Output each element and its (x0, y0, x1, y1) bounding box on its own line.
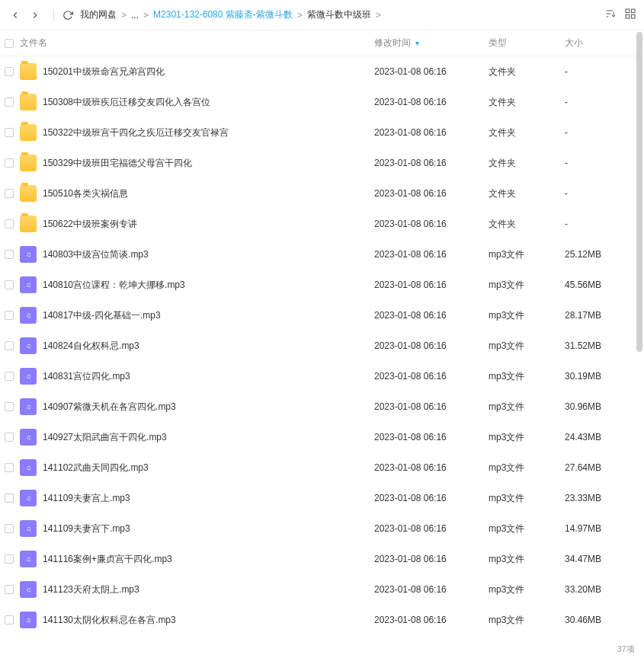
file-type-cell: mp3文件 (489, 401, 565, 414)
sort-view-button[interactable] (604, 8, 617, 22)
file-row[interactable]: 150308中级班疾厄迁移交友四化入各宫位2023-01-08 06:16文件夹… (0, 87, 644, 117)
file-row[interactable]: 150510各类灾祸信息2023-01-08 06:16文件夹- (0, 178, 644, 209)
file-name-cell[interactable]: 140810宫位课程：乾坤大挪移.mp3 (18, 276, 374, 293)
row-checkbox[interactable] (0, 189, 18, 198)
row-checkbox[interactable] (0, 524, 18, 533)
file-time-cell: 2023-01-08 06:16 (374, 279, 489, 290)
grid-view-button[interactable] (624, 8, 636, 22)
file-time-cell: 2023-01-08 06:16 (374, 462, 489, 473)
file-time-cell: 2023-01-08 06:16 (374, 340, 489, 351)
column-time[interactable]: 修改时间 ▾ (374, 37, 489, 50)
file-row[interactable]: 140810宫位课程：乾坤大挪移.mp32023-01-08 06:16mp3文… (0, 270, 644, 300)
view-controls (604, 8, 636, 22)
file-row[interactable]: 150322中级班宫干四化之疾厄迁移交友官禄宫2023-01-08 06:16文… (0, 117, 644, 148)
file-row[interactable]: 141130太阴化权科忌在各宫.mp32023-01-08 06:16mp3文件… (0, 605, 644, 635)
folder-icon (20, 185, 37, 202)
file-name-cell[interactable]: 141109夫妻宫上.mp3 (18, 490, 374, 506)
file-name-label: 140810宫位课程：乾坤大挪移.mp3 (43, 279, 185, 292)
file-name-label: 141123天府太阴上.mp3 (43, 583, 139, 596)
row-checkbox[interactable] (0, 250, 18, 259)
row-checkbox[interactable] (0, 158, 18, 168)
chevron-right-icon: > (297, 10, 303, 21)
row-checkbox[interactable] (0, 219, 18, 228)
file-row[interactable]: 150329中级班田宅福德父母宫干四化2023-01-08 06:16文件夹- (0, 148, 644, 178)
file-name-cell[interactable]: 150322中级班宫干四化之疾厄迁移交友官禄宫 (18, 124, 374, 141)
file-name-cell[interactable]: 150622中级班案例专讲 (18, 216, 374, 232)
nav-refresh-button[interactable] (60, 8, 75, 23)
file-name-cell[interactable]: 141109夫妻宫下.mp3 (18, 520, 374, 537)
audio-file-icon (20, 368, 37, 385)
file-name-cell[interactable]: 150510各类灾祸信息 (18, 185, 374, 202)
audio-file-icon (20, 490, 37, 506)
file-row[interactable]: 140817中级-四化基础一.mp32023-01-08 06:16mp3文件2… (0, 300, 644, 331)
file-time-cell: 2023-01-08 06:16 (374, 219, 489, 229)
file-name-cell[interactable]: 140824自化权科忌.mp3 (18, 337, 374, 354)
row-checkbox[interactable] (0, 615, 18, 624)
column-name[interactable]: 文件名 (18, 37, 374, 50)
breadcrumb-item[interactable]: ... (131, 10, 139, 21)
row-checkbox[interactable] (0, 585, 18, 594)
file-type-cell: mp3文件 (489, 492, 565, 505)
file-size-cell: 24.43MB (565, 432, 633, 442)
file-row[interactable]: 141116案例+廉贞宫干四化.mp32023-01-08 06:16mp3文件… (0, 544, 644, 574)
nav-back-button[interactable] (8, 8, 23, 23)
select-all-checkbox[interactable] (0, 39, 18, 48)
row-checkbox[interactable] (0, 463, 18, 472)
row-checkbox[interactable] (0, 494, 18, 503)
file-row[interactable]: 140831宫位四化.mp32023-01-08 06:16mp3文件30.19… (0, 361, 644, 391)
column-type[interactable]: 类型 (489, 37, 565, 50)
row-checkbox[interactable] (0, 433, 18, 442)
file-name-label: 150201中级班命宫兄弟宫四化 (43, 65, 165, 78)
folder-icon (20, 216, 37, 232)
row-checkbox[interactable] (0, 311, 18, 320)
file-name-label: 150308中级班疾厄迁移交友四化入各宫位 (43, 96, 210, 109)
row-checkbox[interactable] (0, 97, 18, 107)
nav-forward-button[interactable] (27, 8, 43, 23)
file-row[interactable]: 141109夫妻宫下.mp32023-01-08 06:16mp3文件14.97… (0, 513, 644, 544)
file-name-cell[interactable]: 140803中级宫位简谈.mp3 (18, 246, 374, 263)
file-type-cell: 文件夹 (489, 96, 565, 109)
file-name-cell[interactable]: 141102武曲天同四化.mp3 (18, 459, 374, 476)
file-time-cell: 2023-01-08 06:16 (374, 371, 489, 382)
file-row[interactable]: 140824自化权科忌.mp32023-01-08 06:16mp3文件31.5… (0, 331, 644, 361)
breadcrumb-item[interactable]: 紫微斗数中级班 (307, 8, 371, 21)
file-name-cell[interactable]: 141130太阴化权科忌在各宫.mp3 (18, 612, 374, 628)
file-name-cell[interactable]: 140927太阳武曲宫干四化.mp3 (18, 429, 374, 446)
file-size-cell: - (565, 97, 633, 107)
file-type-cell: 文件夹 (489, 187, 565, 200)
file-name-cell[interactable]: 140831宫位四化.mp3 (18, 368, 374, 385)
file-name-cell[interactable]: 141116案例+廉贞宫干四化.mp3 (18, 551, 374, 567)
svg-rect-4 (631, 9, 635, 13)
audio-file-icon (20, 276, 37, 293)
file-row[interactable]: 141102武曲天同四化.mp32023-01-08 06:16mp3文件27.… (0, 452, 644, 483)
file-name-cell[interactable]: 141123天府太阴上.mp3 (18, 581, 374, 598)
file-row[interactable]: 140907紫微天机在各宫四化.mp32023-01-08 06:16mp3文件… (0, 391, 644, 422)
file-row[interactable]: 141123天府太阴上.mp32023-01-08 06:16mp3文件33.2… (0, 574, 644, 605)
scrollbar-thumb[interactable] (636, 32, 642, 352)
row-checkbox[interactable] (0, 128, 18, 137)
file-row[interactable]: 141109夫妻宫上.mp32023-01-08 06:16mp3文件23.33… (0, 483, 644, 513)
breadcrumb-item[interactable]: M2301-132-6080 紫藤斋-紫微斗数 (153, 8, 293, 21)
column-size[interactable]: 大小 (565, 37, 633, 50)
row-checkbox[interactable] (0, 67, 18, 76)
row-checkbox[interactable] (0, 372, 18, 381)
file-row[interactable]: 150622中级班案例专讲2023-01-08 06:16文件夹- (0, 209, 644, 239)
file-name-cell[interactable]: 140907紫微天机在各宫四化.mp3 (18, 398, 374, 415)
file-row[interactable]: 140803中级宫位简谈.mp32023-01-08 06:16mp3文件25.… (0, 239, 644, 270)
file-name-label: 141109夫妻宫上.mp3 (43, 492, 130, 505)
row-checkbox[interactable] (0, 554, 18, 564)
file-row[interactable]: 140927太阳武曲宫干四化.mp32023-01-08 06:16mp3文件2… (0, 422, 644, 452)
file-name-cell[interactable]: 150308中级班疾厄迁移交友四化入各宫位 (18, 94, 374, 110)
footer-count: 37项 (617, 644, 635, 655)
row-checkbox[interactable] (0, 341, 18, 350)
row-checkbox[interactable] (0, 402, 18, 411)
row-checkbox[interactable] (0, 280, 18, 289)
file-name-cell[interactable]: 150329中级班田宅福德父母宫干四化 (18, 155, 374, 171)
file-row[interactable]: 150201中级班命宫兄弟宫四化2023-01-08 06:16文件夹- (0, 56, 644, 87)
file-name-cell[interactable]: 140817中级-四化基础一.mp3 (18, 307, 374, 324)
file-name-cell[interactable]: 150201中级班命宫兄弟宫四化 (18, 63, 374, 80)
file-time-cell: 2023-01-08 06:16 (374, 310, 489, 321)
toolbar: 我的网盘>...>M2301-132-6080 紫藤斋-紫微斗数>紫微斗数中级班… (0, 0, 644, 30)
audio-file-icon (20, 429, 37, 446)
breadcrumb-item[interactable]: 我的网盘 (80, 8, 117, 21)
